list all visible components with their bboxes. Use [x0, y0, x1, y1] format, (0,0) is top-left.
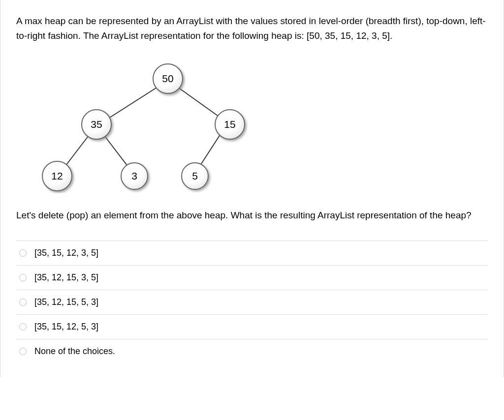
option-label: [35, 15, 12, 5, 3]: [34, 322, 98, 332]
heap-node-ll: 12: [51, 170, 63, 181]
option-label: [35, 12, 15, 5, 3]: [34, 297, 98, 307]
option-row[interactable]: None of the choices.: [16, 339, 488, 363]
option-radio[interactable]: [19, 348, 27, 355]
option-label: [35, 15, 12, 3, 5]: [34, 248, 98, 258]
heap-node-right: 15: [224, 119, 235, 130]
option-radio[interactable]: [19, 249, 27, 257]
option-row[interactable]: [35, 12, 15, 3, 5]: [16, 266, 488, 290]
question-container: A max heap can be represented by an Arra…: [0, 0, 504, 377]
option-radio[interactable]: [19, 323, 27, 330]
question-prompt: Let's delete (pop) an element from the a…: [16, 208, 488, 223]
heap-node-root: 50: [162, 73, 173, 84]
question-intro: A max heap can be represented by an Arra…: [16, 14, 488, 44]
heap-node-left: 35: [91, 119, 102, 130]
options-list: [35, 15, 12, 3, 5] [35, 12, 15, 3, 5] [3…: [16, 240, 488, 363]
option-row[interactable]: [35, 15, 12, 5, 3]: [16, 315, 488, 339]
heap-diagram: 50 35 15 12 3 5: [25, 56, 252, 193]
heap-node-lr: 3: [131, 170, 137, 181]
option-radio[interactable]: [19, 299, 27, 306]
option-label: None of the choices.: [34, 346, 115, 357]
option-row[interactable]: [35, 15, 12, 3, 5]: [16, 241, 488, 266]
option-row[interactable]: [35, 12, 15, 5, 3]: [16, 290, 488, 315]
heap-node-rl: 5: [192, 170, 198, 181]
option-radio[interactable]: [19, 274, 27, 281]
option-label: [35, 12, 15, 3, 5]: [34, 272, 98, 283]
